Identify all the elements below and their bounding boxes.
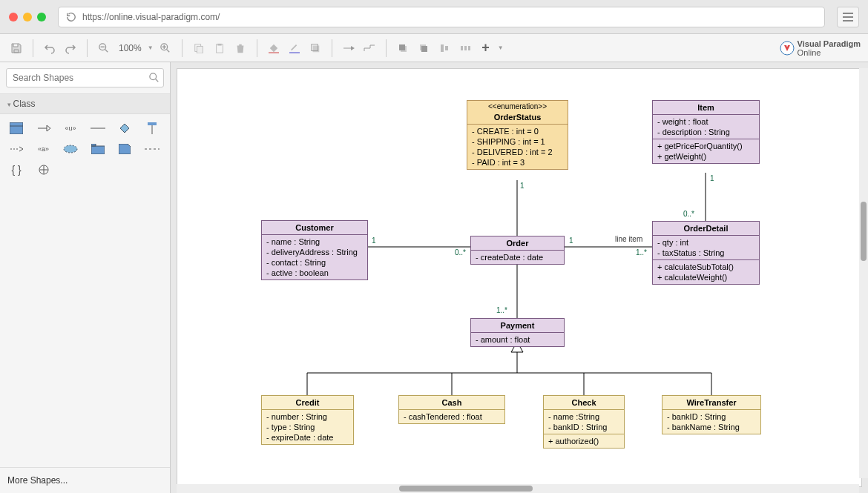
vertical-scrollbar[interactable] [859, 68, 868, 478]
class-credit[interactable]: Credit - number : String - type : String… [261, 395, 354, 445]
class-cc[interactable]: Cash - cashTendered : float [398, 395, 505, 424]
shape-collaboration[interactable] [62, 142, 79, 156]
svg-rect-18 [468, 46, 470, 50]
to-back-button[interactable] [415, 39, 433, 57]
svg-rect-15 [445, 46, 448, 50]
shape-dependency[interactable] [7, 142, 25, 156]
brand-logo: Visual ParadigmOnline [780, 39, 861, 57]
undo-button[interactable] [41, 39, 59, 57]
main-area: Class «u» «a» { } More Shapes... [0, 62, 868, 493]
shapes-palette: «u» «a» { } [0, 114, 170, 184]
mult-order-detail: 1 [569, 236, 573, 245]
diagram-canvas[interactable]: <<enumeration>> OrderStatus - CREATE : i… [177, 68, 862, 487]
to-front-button[interactable] [394, 39, 412, 57]
shape-aggregation[interactable] [116, 122, 134, 135]
mult-detail-order: 1..* [636, 248, 647, 257]
redo-button[interactable] [62, 39, 79, 57]
mult-detail-item: 0..* [683, 210, 694, 218]
minimize-window-button[interactable] [23, 13, 32, 21]
add-button[interactable]: + [477, 39, 495, 57]
class-payment[interactable]: Payment - amount : float [470, 318, 565, 347]
class-order[interactable]: Order - createDate : date [470, 236, 565, 265]
close-window-button[interactable] [9, 13, 18, 21]
svg-rect-14 [441, 44, 444, 52]
zoom-in-button[interactable] [157, 39, 174, 57]
mult-customer: 1 [372, 236, 376, 245]
connector-end-button[interactable] [340, 39, 358, 57]
shape-note[interactable] [116, 142, 134, 156]
class-wiretransfer[interactable]: WireTransfer - bankID : String - bankNam… [662, 395, 761, 434]
shape-constraint[interactable]: { } [7, 163, 25, 176]
svg-rect-6 [269, 52, 279, 53]
class-orderstatus[interactable]: <<enumeration>> OrderStatus - CREATE : i… [467, 100, 568, 170]
shape-association[interactable] [89, 122, 107, 135]
paste-button[interactable] [211, 39, 228, 57]
app-toolbar: 100% ▼ + ▼ Visual ParadigmOnline [0, 34, 868, 62]
shape-package[interactable] [89, 142, 107, 156]
class-check[interactable]: Check - name :String - bankID : String +… [543, 395, 625, 449]
shapes-sidebar: Class «u» «a» { } More Shapes... [0, 62, 171, 493]
mult-order-cust: 0..* [455, 248, 466, 257]
connector-style-button[interactable] [361, 39, 378, 57]
svg-rect-24 [148, 122, 157, 125]
shape-generalization[interactable] [35, 122, 53, 135]
svg-rect-16 [461, 46, 463, 50]
align-button[interactable] [435, 39, 453, 57]
shape-class[interactable] [7, 122, 25, 135]
hscroll-thumb[interactable] [399, 486, 533, 492]
mult-payment: 1..* [496, 306, 507, 314]
svg-rect-17 [464, 46, 467, 50]
shape-containment[interactable] [35, 163, 53, 176]
hamburger-menu-button[interactable] [837, 7, 859, 27]
search-shapes-input[interactable] [6, 68, 164, 87]
assoc-lineitem: line item [615, 235, 642, 243]
vscroll-thumb[interactable] [861, 202, 867, 261]
shadow-button[interactable] [306, 39, 324, 57]
svg-rect-21 [10, 122, 23, 134]
svg-rect-3 [197, 46, 203, 53]
zoom-out-button[interactable] [95, 39, 113, 57]
canvas-wrap: <<enumeration>> OrderStatus - CREATE : i… [171, 62, 868, 493]
distribute-button[interactable] [456, 39, 474, 57]
svg-rect-7 [289, 52, 300, 53]
maximize-window-button[interactable] [37, 13, 46, 21]
url-bar[interactable]: https://online.visual-paradigm.com/ [58, 7, 825, 27]
search-icon [149, 73, 160, 85]
horizontal-scrollbar[interactable] [177, 484, 859, 493]
shape-abstraction[interactable]: «a» [35, 142, 53, 156]
svg-point-26 [64, 145, 77, 153]
shape-interface[interactable] [143, 122, 161, 135]
copy-button[interactable] [190, 39, 208, 57]
svg-rect-5 [217, 43, 221, 45]
fill-color-button[interactable] [265, 39, 283, 57]
delete-button[interactable] [231, 39, 249, 57]
svg-rect-13 [421, 46, 427, 52]
reload-icon[interactable] [66, 12, 76, 22]
save-button[interactable] [7, 39, 25, 57]
shape-anchor[interactable] [143, 142, 161, 156]
class-item[interactable]: Item - weight : float - description : St… [652, 100, 760, 164]
shape-usage[interactable]: «u» [62, 122, 79, 135]
url-text: https://online.visual-paradigm.com/ [82, 12, 220, 22]
mult-item: 1 [710, 174, 714, 182]
svg-point-20 [150, 73, 157, 80]
browser-chrome: https://online.visual-paradigm.com/ [0, 0, 868, 34]
svg-rect-11 [399, 44, 405, 50]
mult-status: 1 [520, 182, 525, 190]
class-customer[interactable]: Customer - name : String - deliveryAddre… [261, 220, 368, 280]
line-color-button[interactable] [286, 39, 303, 57]
zoom-level[interactable]: 100% [116, 43, 145, 53]
traffic-lights [9, 13, 46, 21]
shape-category-class[interactable]: Class [0, 94, 170, 114]
more-shapes-button[interactable]: More Shapes... [0, 467, 170, 493]
class-orderdetail[interactable]: OrderDetail - qty : int - taxStatus : St… [652, 221, 760, 285]
